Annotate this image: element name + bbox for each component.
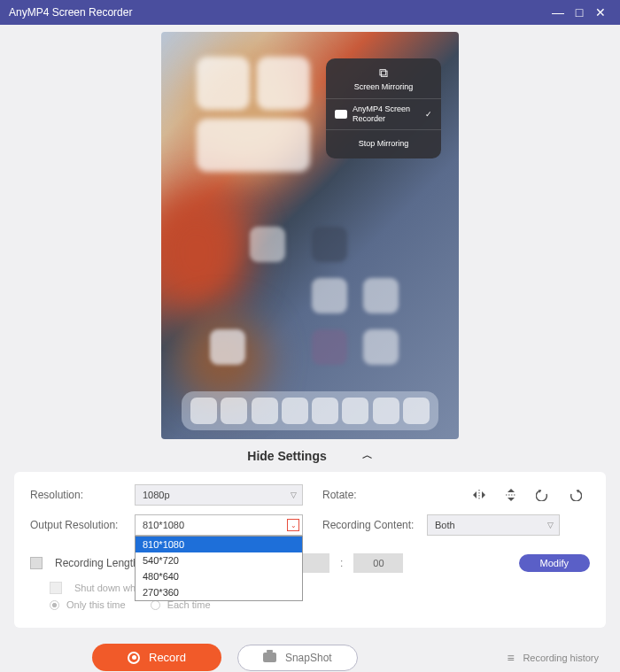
output-resolution-dropdown: 810*1080 540*720 480*640 270*360 bbox=[135, 536, 303, 601]
recording-content-select[interactable]: Both ▽ bbox=[427, 514, 560, 536]
dropdown-option[interactable]: 810*1080 bbox=[136, 537, 302, 552]
chevron-down-icon: ▽ bbox=[291, 490, 297, 499]
modify-button[interactable]: Modify bbox=[519, 554, 590, 572]
bottom-bar: Record SnapShot Recording history bbox=[0, 638, 620, 672]
rotate-label: Rotate: bbox=[322, 489, 420, 501]
device-preview: ⧉ Screen Mirroring AnyMP4 Screen Recorde… bbox=[161, 32, 459, 439]
snapshot-button[interactable]: SnapShot bbox=[237, 645, 358, 671]
only-this-time-label: Only this time bbox=[66, 599, 126, 610]
flip-vertical-icon[interactable] bbox=[503, 488, 519, 502]
stop-mirroring[interactable]: Stop Mirroring bbox=[326, 130, 441, 151]
camera-icon bbox=[263, 653, 276, 662]
mirror-icon: ⧉ bbox=[326, 66, 441, 81]
record-button[interactable]: Record bbox=[92, 644, 221, 671]
resolution-select[interactable]: 1080p ▽ bbox=[135, 484, 303, 506]
output-resolution-label: Output Resolution: bbox=[30, 519, 128, 531]
dropdown-option[interactable]: 270*360 bbox=[136, 584, 302, 600]
each-time-radio[interactable] bbox=[151, 600, 160, 610]
output-resolution-select[interactable]: 810*1080 ⌄ 810*1080 540*720 480*640 270*… bbox=[135, 514, 303, 536]
maximize-button[interactable]: □ bbox=[569, 5, 590, 19]
settings-panel: Resolution: 1080p ▽ Rotate: Output Resol… bbox=[14, 472, 606, 628]
shutdown-checkbox[interactable] bbox=[50, 582, 62, 594]
app-title: AnyMP4 Screen Recorder bbox=[9, 6, 132, 19]
list-icon bbox=[507, 651, 517, 665]
recording-content-label: Recording Content: bbox=[322, 519, 420, 531]
length-ss[interactable] bbox=[353, 553, 403, 573]
resolution-label: Resolution: bbox=[30, 489, 128, 501]
rotate-left-icon[interactable] bbox=[535, 488, 551, 502]
mirroring-popup: ⧉ Screen Mirroring AnyMP4 Screen Recorde… bbox=[326, 58, 441, 158]
dropdown-option[interactable]: 480*640 bbox=[136, 568, 302, 584]
flip-horizontal-icon[interactable] bbox=[471, 488, 487, 502]
dropdown-option[interactable]: 540*720 bbox=[136, 552, 302, 568]
close-button[interactable]: ✕ bbox=[590, 5, 611, 19]
chevron-down-icon: ⌄ bbox=[287, 519, 299, 531]
device-icon bbox=[335, 110, 347, 119]
hide-settings-label: Hide Settings bbox=[247, 449, 326, 463]
minimize-button[interactable]: — bbox=[547, 5, 569, 19]
chevron-down-icon: ▽ bbox=[547, 521, 554, 529]
mirror-target[interactable]: AnyMP4 Screen Recorder ✓ bbox=[326, 98, 441, 130]
recording-history-link[interactable]: Recording history bbox=[507, 651, 606, 665]
popup-title: Screen Mirroring bbox=[326, 82, 441, 91]
only-this-time-radio[interactable] bbox=[50, 600, 59, 610]
dock bbox=[182, 391, 438, 430]
rotate-right-icon[interactable] bbox=[567, 488, 583, 502]
recording-length-label: Recording Length bbox=[55, 557, 139, 569]
chevron-up-icon: ︿ bbox=[362, 448, 373, 463]
check-icon: ✓ bbox=[425, 110, 432, 119]
record-icon bbox=[128, 652, 140, 664]
hide-settings-toggle[interactable]: Hide Settings ︿ bbox=[0, 439, 620, 472]
titlebar: AnyMP4 Screen Recorder — □ ✕ bbox=[0, 0, 620, 25]
recording-length-checkbox[interactable] bbox=[30, 557, 43, 569]
